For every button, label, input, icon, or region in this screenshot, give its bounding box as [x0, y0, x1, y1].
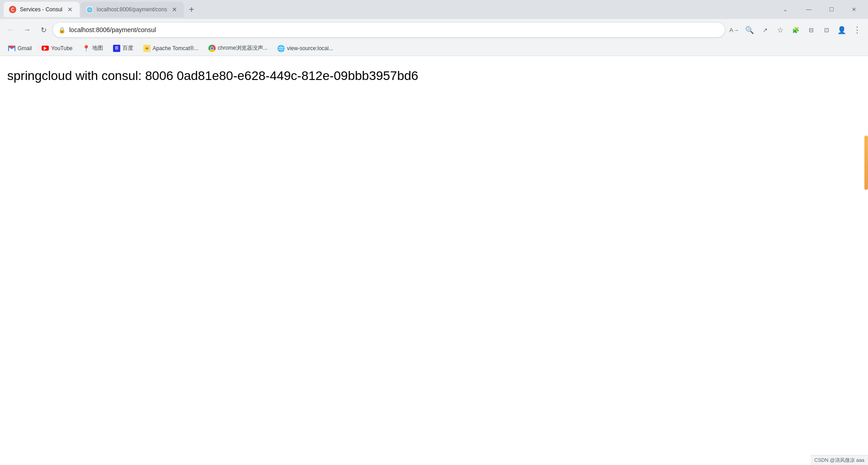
- localhost-favicon-icon: 🌐: [86, 6, 93, 13]
- split-view-button[interactable]: ⊡: [819, 23, 834, 37]
- bookmarks-bar: Gmail YouTube 📍 地图 百 百度 🐱: [0, 41, 868, 56]
- bookmark-youtube-label: YouTube: [51, 45, 72, 52]
- bookmark-gmail[interactable]: Gmail: [4, 43, 36, 54]
- window-controls: — ☐ ✕: [798, 2, 864, 17]
- maps-favicon-icon: 📍: [83, 45, 90, 52]
- search-button[interactable]: 🔍: [742, 23, 757, 37]
- bookmark-tomcat-label: Apache Tomcat®...: [153, 45, 198, 52]
- tab-services-consul-title: Services - Consul: [20, 6, 62, 13]
- baidu-favicon-icon: 百: [113, 45, 120, 52]
- minimize-button[interactable]: —: [798, 2, 819, 17]
- profile-button[interactable]: 👤: [835, 23, 849, 37]
- tab-bar: C Services - Consul ✕ 🌐 localhost:8006/p…: [0, 0, 868, 19]
- bookmark-chrome-settings[interactable]: chrome浏览器没声...: [204, 42, 272, 54]
- translate-button[interactable]: A→: [727, 23, 741, 37]
- address-text: localhost:8006/payment/consul: [69, 26, 719, 33]
- page-main-text: springcloud with consul: 8006 0ad81e80-e…: [7, 67, 861, 85]
- new-tab-button[interactable]: +: [185, 3, 198, 16]
- close-button[interactable]: ✕: [844, 2, 864, 17]
- lock-icon: 🔒: [58, 27, 66, 33]
- bookmark-maps-label: 地图: [92, 44, 103, 52]
- address-bar[interactable]: 🔒 localhost:8006/payment/consul: [52, 22, 725, 38]
- bookmark-button[interactable]: ☆: [773, 23, 788, 37]
- bookmark-maps[interactable]: 📍 地图: [78, 42, 108, 54]
- back-button[interactable]: ←: [4, 23, 18, 37]
- bookmark-tomcat[interactable]: 🐱 Apache Tomcat®...: [139, 43, 203, 54]
- chrome-settings-favicon-icon: [208, 45, 216, 52]
- view-source-favicon-icon: 🌐: [278, 45, 285, 52]
- tab-localhost-title: localhost:8006/payment/cons: [97, 6, 167, 13]
- tab-services-consul-close[interactable]: ✕: [66, 5, 74, 14]
- bookmark-view-source[interactable]: 🌐 view-source:local...: [273, 43, 338, 54]
- page-content: springcloud with consul: 8006 0ad81e80-e…: [0, 56, 868, 92]
- tab-bar-right: ⌄ — ☐ ✕: [779, 2, 864, 17]
- bookmark-youtube[interactable]: YouTube: [37, 43, 77, 54]
- menu-button[interactable]: ⋮: [850, 23, 864, 37]
- tomcat-favicon-icon: 🐱: [143, 45, 151, 52]
- extensions-button[interactable]: 🧩: [788, 23, 803, 37]
- tab-search-button[interactable]: ⌄: [779, 4, 791, 15]
- status-bar: CSDN @清风微凉 aaa: [811, 455, 868, 465]
- tab-localhost[interactable]: 🌐 localhost:8006/payment/cons ✕: [80, 2, 184, 17]
- toolbar-right: A→ 🔍 ↗ ☆ 🧩 ⊟ ⊡ 👤 ⋮: [727, 23, 864, 37]
- gmail-favicon-icon: [8, 45, 15, 52]
- tab-localhost-close[interactable]: ✕: [170, 5, 179, 14]
- tab-services-consul[interactable]: C Services - Consul ✕: [4, 2, 80, 17]
- tab-search-button[interactable]: ⊟: [804, 23, 818, 37]
- status-bar-text: CSDN @清风微凉 aaa: [814, 457, 864, 464]
- bookmark-view-source-label: view-source:local...: [287, 45, 333, 52]
- youtube-favicon-icon: [42, 45, 49, 52]
- bookmark-baidu-label: 百度: [123, 44, 133, 52]
- consul-favicon-icon: C: [9, 6, 16, 13]
- bookmark-baidu[interactable]: 百 百度: [108, 42, 138, 54]
- browser-chrome: C Services - Consul ✕ 🌐 localhost:8006/p…: [0, 0, 868, 56]
- bookmark-chrome-settings-label: chrome浏览器没声...: [218, 44, 268, 52]
- maximize-button[interactable]: ☐: [821, 2, 842, 17]
- reload-button[interactable]: ↻: [36, 23, 51, 37]
- bookmark-gmail-label: Gmail: [18, 45, 32, 52]
- share-button[interactable]: ↗: [758, 23, 772, 37]
- toolbar: ← → ↻ 🔒 localhost:8006/payment/consul A→…: [0, 19, 868, 41]
- forward-button[interactable]: →: [20, 23, 34, 37]
- scrollbar-indicator[interactable]: [864, 136, 868, 190]
